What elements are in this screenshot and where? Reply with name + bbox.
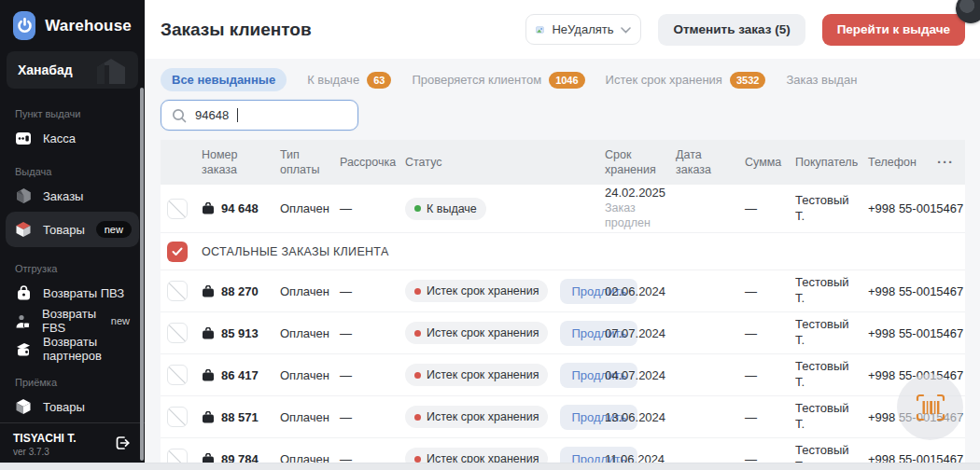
group-checkbox[interactable] (167, 242, 188, 262)
order-tabs: Все невыданные К выдаче 63 Проверяется к… (161, 68, 980, 91)
col-amount: Сумма (745, 155, 795, 170)
sidebar-item-kassa[interactable]: Касса (0, 124, 145, 152)
sidebar-scrollbar[interactable] (140, 88, 144, 461)
tab-count-badge: 1046 (549, 72, 584, 89)
briefcase-icon (202, 202, 215, 214)
chevron-down-icon (621, 22, 631, 36)
power-logo-icon (13, 11, 35, 40)
buyer: Тестовый Т. (795, 401, 868, 433)
other-orders-group-row: ОСТАЛЬНЫЕ ЗАКАЗЫ КЛИЕНТА (161, 233, 965, 270)
cancel-order-button[interactable]: Отменить заказ (5) (658, 14, 805, 46)
warehouse-app: Warehouse Ханабад Пункт выдачи Касса Выд… (0, 0, 980, 470)
row-checkbox[interactable] (167, 281, 188, 301)
more-columns-button[interactable]: ··· (937, 153, 954, 172)
tab-client-checking[interactable]: Проверяется клиентом 1046 (412, 72, 584, 89)
payment-type: Оплачен (280, 201, 340, 215)
row-checkbox[interactable] (167, 407, 188, 427)
sidebar-nav: Пункт выдачи Касса Выдача Заказы Товары (0, 94, 145, 422)
open-bag-icon (15, 341, 32, 357)
storage-date: 04.07.2024 (605, 368, 665, 382)
table-row[interactable]: 94 648 Оплачен — К выдаче 24.02.2025Зака… (161, 185, 965, 233)
page-title: Заказы клиентов (161, 20, 312, 40)
phone: +998 55-0015467 (868, 201, 971, 215)
sidebar-item-returns-partners[interactable]: Возвраты партнеров (0, 335, 145, 363)
sidebar-item-products-receiving[interactable]: Товары (0, 393, 145, 421)
buyer: Тестовый Т. (795, 359, 868, 391)
section-receiving: Приёмка (0, 363, 145, 393)
tab-to-issue[interactable]: К выдаче 63 (307, 72, 391, 89)
col-storage-period: Срок хранения (605, 147, 676, 178)
status-dot-icon (414, 288, 421, 295)
sidebar: Warehouse Ханабад Пункт выдачи Касса Выд… (0, 0, 145, 470)
row-checkbox[interactable] (167, 365, 188, 385)
buyer: Тестовый Т. (795, 317, 868, 349)
installment: — (340, 326, 405, 340)
amount: — (745, 368, 795, 382)
table-header: Номер заказа Тип оплаты Рассрочка Статус… (161, 140, 965, 185)
bag-icon (15, 285, 32, 301)
sidebar-item-label: Заказы (43, 189, 83, 203)
go-to-issue-button[interactable]: Перейти к выдаче (822, 14, 965, 46)
col-payment-type: Тип оплаты (280, 147, 340, 178)
col-installment: Рассрочка (340, 155, 405, 170)
payment-type: Оплачен (280, 284, 340, 298)
barcode-scan-button[interactable] (897, 374, 963, 440)
tab-all-pending[interactable]: Все невыданные (161, 68, 287, 91)
storage-note: Заказ продлен (605, 201, 663, 230)
status-dot-icon (414, 372, 421, 379)
tab-issued[interactable]: Заказ выдан (786, 73, 857, 87)
phone: +998 55-0015467 (868, 326, 971, 340)
sidebar-item-label: Возвраты FBS (42, 307, 100, 335)
table-row[interactable]: 85 913 Оплачен — Истек срок хранения Про… (161, 312, 965, 354)
pickup-point-selector[interactable]: Ханабад (7, 51, 138, 89)
tab-count-badge: 3532 (730, 72, 765, 89)
tab-label: Все невыданные (172, 73, 275, 87)
status-dot-icon (414, 330, 421, 337)
status-dot-icon (414, 414, 421, 421)
sidebar-item-label: Товары (43, 223, 85, 237)
order-search-input[interactable]: 94648 (161, 100, 358, 131)
group-header-label: ОСТАЛЬНЫЕ ЗАКАЗЫ КЛИЕНТА (202, 245, 965, 258)
briefcase-icon (202, 327, 215, 339)
cube-icon (15, 398, 32, 415)
cancel-reason-select[interactable]: НеУдалять (525, 14, 641, 45)
section-shipment: Отгрузка (0, 249, 145, 279)
payment-type: Оплачен (280, 410, 340, 424)
payment-type: Оплачен (280, 368, 340, 382)
col-buyer: Покупатель (795, 155, 868, 170)
logout-icon[interactable] (112, 434, 132, 455)
buyer: Тестовый Т. (795, 275, 868, 307)
tab-label: К выдаче (307, 73, 359, 87)
sidebar-item-returns-pvz[interactable]: Возвраты ПВЗ (0, 279, 145, 307)
status-badge: К выдаче (405, 198, 486, 220)
order-number: 88 270 (221, 284, 259, 298)
section-pickup-point: Пункт выдачи (0, 94, 145, 124)
horizontal-scrollbar[interactable] (0, 463, 980, 470)
tab-label: Проверяется клиентом (412, 73, 541, 87)
briefcase-icon (202, 285, 215, 297)
installment: — (340, 410, 405, 424)
briefcase-icon (202, 411, 215, 423)
storage-date: 07.07.2024 (605, 326, 665, 340)
brand-name: Warehouse (45, 17, 132, 35)
sidebar-item-label: Касса (43, 131, 76, 145)
status-dot-icon (414, 456, 421, 463)
row-checkbox[interactable] (167, 199, 188, 219)
person-bag-icon (15, 313, 31, 329)
order-number: 94 648 (221, 201, 259, 215)
table-row[interactable]: 88 571 Оплачен — Истек срок хранения Про… (161, 396, 965, 438)
order-number: 88 571 (221, 410, 259, 424)
briefcase-icon (202, 369, 215, 381)
image-icon (536, 23, 544, 36)
row-checkbox[interactable] (167, 323, 188, 343)
sidebar-item-orders-issue[interactable]: Заказы (0, 182, 145, 210)
storage-date: 02.06.2024 (605, 284, 665, 298)
table-row[interactable]: 88 270 Оплачен — Истек срок хранения Про… (161, 270, 965, 312)
buyer: Тестовый Т. (795, 193, 868, 225)
tab-storage-expired[interactable]: Истек срок хранения 3532 (606, 72, 766, 89)
status-badge: Истек срок хранения (405, 322, 548, 344)
sidebar-item-returns-fbs[interactable]: Возвраты FBS new (0, 307, 145, 335)
installment: — (340, 201, 405, 215)
table-row[interactable]: 86 417 Оплачен — Истек срок хранения Про… (161, 354, 965, 396)
sidebar-item-products-issue[interactable]: Товары new (6, 212, 139, 247)
